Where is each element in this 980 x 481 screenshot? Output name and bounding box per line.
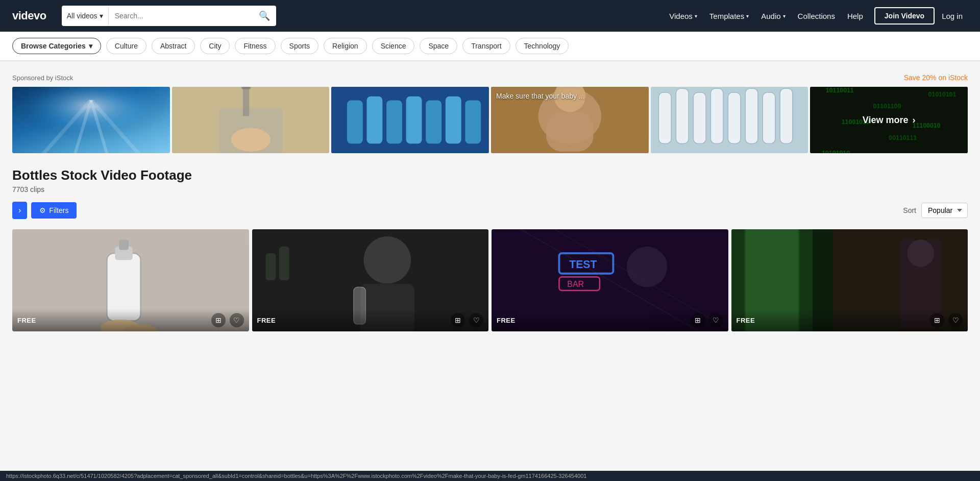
- category-culture[interactable]: Culture: [106, 38, 146, 54]
- svg-text:01101100: 01101100: [873, 103, 901, 110]
- svg-rect-27: [728, 92, 741, 143]
- add-to-collection-btn-1[interactable]: ⊞: [211, 313, 226, 327]
- category-space[interactable]: Space: [420, 38, 457, 54]
- sponsored-thumb-5[interactable]: [651, 87, 808, 153]
- svg-rect-42: [119, 240, 129, 250]
- search-input[interactable]: [109, 6, 253, 26]
- sponsored-header: Sponsored by iStock Save 20% on iStock: [12, 74, 968, 82]
- category-fitness[interactable]: Fitness: [235, 38, 275, 54]
- video-card-2[interactable]: FREE ⊞ ♡: [252, 229, 489, 331]
- svg-point-56: [627, 247, 667, 287]
- search-button[interactable]: 🔍: [253, 10, 276, 21]
- sponsored-thumb-4[interactable]: Make sure that your baby ...: [491, 87, 649, 153]
- category-technology[interactable]: Technology: [516, 38, 569, 54]
- join-button[interactable]: Join Videvo: [874, 7, 935, 25]
- add-to-collection-btn-2[interactable]: ⊞: [451, 313, 465, 327]
- browse-categories-button[interactable]: Browse Categories ▾: [12, 38, 101, 54]
- category-religion[interactable]: Religion: [324, 38, 367, 54]
- svg-rect-49: [265, 253, 276, 280]
- logo[interactable]: videvo: [12, 9, 46, 22]
- like-btn-1[interactable]: ♡: [230, 313, 244, 327]
- svg-rect-25: [693, 92, 706, 143]
- categories-bar: Browse Categories ▾ Culture Abstract Cit…: [0, 32, 980, 61]
- svg-text:00110111: 00110111: [889, 134, 917, 141]
- sponsored-thumb-3[interactable]: [331, 87, 489, 153]
- card-bottom-2: FREE ⊞ ♡: [252, 309, 489, 331]
- svg-point-9: [231, 128, 270, 151]
- sort-select[interactable]: Popular Newest Oldest: [921, 203, 968, 218]
- card-actions-3: ⊞ ♡: [691, 313, 723, 327]
- filters-button[interactable]: ⚙ Filters: [31, 202, 77, 219]
- svg-rect-24: [676, 88, 689, 143]
- expand-button[interactable]: ›: [12, 202, 27, 219]
- svg-text:TEST: TEST: [569, 258, 597, 270]
- svg-rect-28: [745, 88, 758, 143]
- chevron-right-icon: ›: [18, 206, 21, 214]
- category-science[interactable]: Science: [372, 38, 415, 54]
- chevron-down-icon: ▾: [746, 13, 749, 19]
- filters-left: › ⚙ Filters: [12, 202, 77, 219]
- add-to-collection-btn-3[interactable]: ⊞: [691, 313, 705, 327]
- chevron-down-icon: ▾: [783, 13, 786, 19]
- like-btn-2[interactable]: ♡: [469, 313, 483, 327]
- svg-rect-30: [780, 88, 793, 143]
- video-card-1[interactable]: FREE ⊞ ♡: [12, 229, 249, 331]
- svg-rect-14: [406, 97, 422, 144]
- sponsored-view-more[interactable]: 10110011 01101100 11001010 00110111 1010…: [810, 87, 968, 153]
- svg-text:11100010: 11100010: [913, 122, 941, 129]
- main-content: Sponsored by iStock Save 20% on iStock: [0, 61, 980, 344]
- nav-links: Videos ▾ Templates ▾ Audio ▾ Collections…: [664, 7, 968, 25]
- free-badge-1: FREE: [17, 317, 36, 324]
- filter-icon: ⚙: [39, 206, 46, 214]
- sponsored-section: Sponsored by iStock Save 20% on iStock: [12, 74, 968, 153]
- search-type-dropdown[interactable]: All videos ▾: [62, 6, 109, 26]
- add-to-collection-btn-4[interactable]: ⊞: [930, 313, 944, 327]
- nav-templates[interactable]: Templates ▾: [704, 8, 754, 25]
- thumb-overlay-text: Make sure that your baby ...: [496, 92, 585, 100]
- card-actions-4: ⊞ ♡: [930, 313, 963, 327]
- filters-row: › ⚙ Filters Sort Popular Newest Oldest: [12, 202, 968, 219]
- like-btn-4[interactable]: ♡: [948, 313, 963, 327]
- sponsored-thumb-1[interactable]: [12, 87, 170, 153]
- results-header: Bottles Stock Video Footage 7703 clips: [12, 167, 968, 194]
- search-container: All videos ▾ 🔍: [62, 6, 276, 26]
- card-actions-2: ⊞ ♡: [451, 313, 483, 327]
- card-bottom-4: FREE ⊞ ♡: [731, 309, 968, 331]
- category-transport[interactable]: Transport: [462, 38, 510, 54]
- sponsored-grid: Make sure that your baby ...: [12, 87, 968, 153]
- sponsored-label: Sponsored by iStock: [12, 74, 73, 82]
- navbar: videvo All videos ▾ 🔍 Videos ▾ Templates…: [0, 0, 980, 32]
- svg-rect-23: [658, 92, 671, 143]
- svg-rect-16: [446, 97, 461, 144]
- svg-rect-17: [465, 100, 481, 143]
- svg-rect-12: [367, 97, 383, 144]
- video-card-3[interactable]: TEST BAR FREE ⊞ ♡: [492, 229, 728, 331]
- category-abstract[interactable]: Abstract: [152, 38, 195, 54]
- svg-rect-8: [241, 87, 251, 89]
- category-city[interactable]: City: [200, 38, 230, 54]
- svg-text:01010101: 01010101: [928, 91, 957, 98]
- dropdown-chevron-icon: ▾: [100, 12, 103, 20]
- login-button[interactable]: Log in: [937, 8, 968, 24]
- chevron-down-icon: ▾: [89, 42, 92, 50]
- free-badge-3: FREE: [497, 317, 516, 324]
- svg-rect-26: [710, 88, 723, 143]
- card-bottom-3: FREE ⊞ ♡: [492, 309, 728, 331]
- video-grid: FREE ⊞ ♡: [12, 229, 968, 331]
- free-badge-2: FREE: [257, 317, 276, 324]
- nav-help[interactable]: Help: [842, 8, 868, 25]
- video-card-4[interactable]: FREE ⊞ ♡: [731, 229, 968, 331]
- svg-rect-15: [426, 100, 442, 143]
- svg-rect-11: [347, 100, 363, 143]
- sponsored-thumb-2[interactable]: [172, 87, 330, 153]
- save-istock-link[interactable]: Save 20% on iStock: [904, 74, 968, 82]
- nav-audio[interactable]: Audio ▾: [756, 8, 790, 25]
- svg-text:BAR: BAR: [567, 280, 584, 288]
- like-btn-3[interactable]: ♡: [709, 313, 723, 327]
- search-input-wrap: 🔍: [109, 6, 276, 26]
- nav-videos[interactable]: Videos ▾: [664, 8, 702, 25]
- nav-collections[interactable]: Collections: [793, 8, 840, 25]
- category-sports[interactable]: Sports: [281, 38, 318, 54]
- svg-point-46: [363, 236, 411, 284]
- arrow-right-icon: ›: [913, 115, 916, 126]
